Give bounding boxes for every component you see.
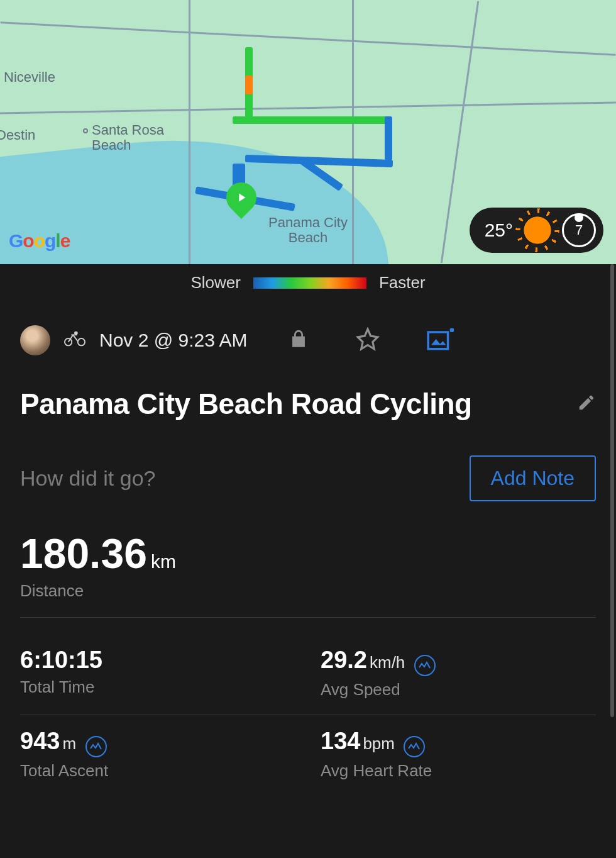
svg-point-0 xyxy=(65,338,72,345)
avg-speed-unit: km/h xyxy=(370,653,405,672)
svg-point-1 xyxy=(78,338,85,345)
svg-rect-3 xyxy=(428,332,448,349)
avatar[interactable] xyxy=(20,325,50,355)
gps-track xyxy=(385,116,392,160)
map-road xyxy=(189,0,190,264)
avg-speed-metric[interactable]: 29.2km/h Avg Speed xyxy=(321,634,596,715)
edit-icon[interactable] xyxy=(577,393,596,415)
add-note-button[interactable]: Add Note xyxy=(470,455,596,501)
note-prompt: How did it go? xyxy=(20,466,155,491)
total-ascent-unit: m xyxy=(62,734,76,753)
legend-faster: Faster xyxy=(379,273,426,292)
map-label-niceville: Niceville xyxy=(4,69,55,86)
avg-hr-unit: bpm xyxy=(363,734,395,753)
lock-icon[interactable] xyxy=(288,328,309,352)
activity-panel: Nov 2 @ 9:23 AM Panama City Beach Road C… xyxy=(0,301,616,796)
avg-speed-value: 29.2 xyxy=(321,647,367,673)
sun-icon xyxy=(522,214,553,246)
activity-meta: Nov 2 @ 9:23 AM xyxy=(20,325,596,355)
map-point-icon xyxy=(83,128,88,133)
total-ascent-label: Total Ascent xyxy=(20,761,295,781)
add-photo-icon[interactable] xyxy=(426,326,454,354)
map-label-pcb: Panama City Beach xyxy=(264,215,352,245)
avg-hr-value: 134 xyxy=(321,728,360,754)
scrollbar[interactable] xyxy=(610,264,614,717)
legend-slower: Slower xyxy=(190,273,240,292)
distance-metric: 180.36km Distance xyxy=(20,530,596,601)
uv-index: 7 xyxy=(562,213,596,247)
avg-hr-metric[interactable]: 134bpm Avg Heart Rate xyxy=(321,715,596,796)
map-road xyxy=(1,21,616,55)
distance-value: 180.36 xyxy=(20,530,147,577)
map-label-destin: Destin xyxy=(0,127,35,143)
map-label-santa-rosa: Santa Rosa Beach xyxy=(92,123,180,153)
svg-point-2 xyxy=(75,332,77,335)
star-icon[interactable] xyxy=(356,327,380,354)
total-time-metric: 6:10:15 Total Time xyxy=(20,634,295,715)
avg-speed-label: Avg Speed xyxy=(321,680,596,699)
avg-hr-label: Avg Heart Rate xyxy=(321,761,596,781)
total-ascent-value: 943 xyxy=(20,728,60,754)
total-time-label: Total Time xyxy=(20,677,295,697)
chart-icon[interactable] xyxy=(414,655,436,676)
distance-unit: km xyxy=(151,551,176,572)
gps-track xyxy=(233,116,390,124)
weather-widget[interactable]: 25° 7 xyxy=(470,208,603,253)
cycling-icon xyxy=(64,330,85,350)
chart-icon[interactable] xyxy=(404,736,425,757)
divider xyxy=(20,617,596,618)
activity-map[interactable]: Niceville Destin Santa Rosa Beach Panama… xyxy=(0,0,616,264)
speed-legend: Slower Faster xyxy=(0,264,616,301)
distance-label: Distance xyxy=(20,581,596,601)
weather-temp: 25° xyxy=(485,220,513,241)
map-road xyxy=(0,101,616,114)
google-logo: Google xyxy=(9,230,70,252)
legend-gradient xyxy=(253,277,366,289)
total-time-value: 6:10:15 xyxy=(20,647,102,673)
chart-icon[interactable] xyxy=(85,736,107,757)
activity-title: Panama City Beach Road Cycling xyxy=(20,387,472,421)
gps-track xyxy=(245,75,253,94)
total-ascent-metric[interactable]: 943m Total Ascent xyxy=(20,715,295,796)
activity-timestamp: Nov 2 @ 9:23 AM xyxy=(99,330,248,351)
